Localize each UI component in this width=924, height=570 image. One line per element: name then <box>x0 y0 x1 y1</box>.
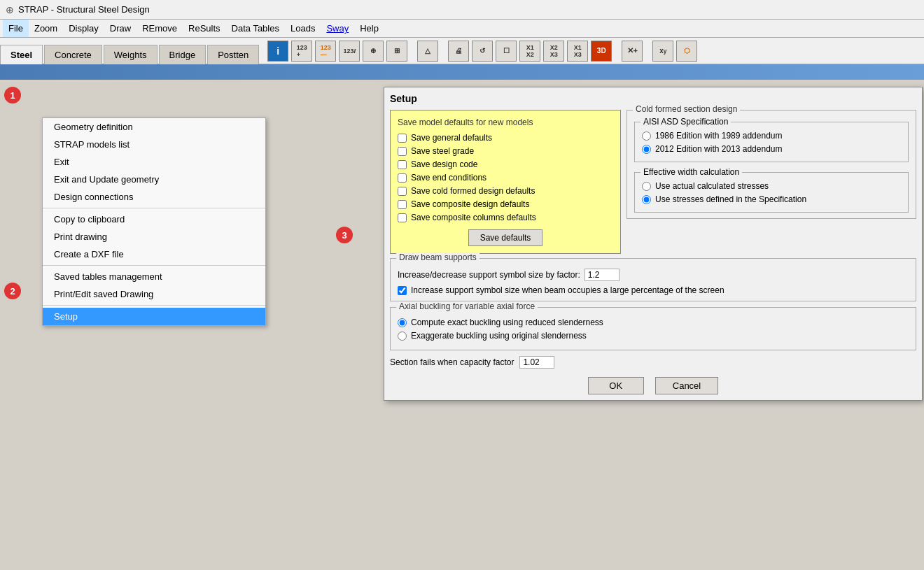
app-icon: ⊕ <box>6 4 14 15</box>
info-button[interactable]: i <box>267 41 288 62</box>
app-title: STRAP - Structural Steel Design <box>18 4 150 15</box>
setup-dialog: Setup Save model defaults for new models… <box>384 87 923 401</box>
menu-loads[interactable]: Loads <box>285 20 321 37</box>
effective-width-group: Effective width calculation Use actual c… <box>634 172 909 213</box>
increase-symbol-label: Increase support symbol size when beam o… <box>411 285 724 295</box>
radio-exaggerate-input[interactable] <box>398 332 407 341</box>
menu-draw[interactable]: Draw <box>104 20 136 37</box>
dialog-title: Setup <box>390 93 916 104</box>
dropdown-exit-update[interactable]: Exit and Update geometry <box>43 171 265 188</box>
radio-1986-input[interactable] <box>642 131 651 141</box>
toolbar-btn-grid[interactable]: ⊞ <box>386 41 407 62</box>
effective-width-title: Effective width calculation <box>640 167 742 177</box>
checkbox-cold-formed: Save cold formed design defaults <box>398 186 613 196</box>
checkbox-cold-formed-input[interactable] <box>398 187 407 196</box>
toolbar-btn-cube[interactable]: ⬡ <box>676 41 697 62</box>
radio-exaggerate: Exaggerate buckling using original slend… <box>398 331 909 341</box>
tab-weights[interactable]: Weights <box>104 45 158 64</box>
right-panel: Cold formed section design AISI ASD Spec… <box>626 110 916 254</box>
menu-sway[interactable]: Sway <box>321 20 354 37</box>
tab-steel[interactable]: Steel <box>0 45 43 64</box>
menu-display[interactable]: Display <box>63 20 104 37</box>
blue-bar <box>0 64 924 80</box>
dropdown-print-edit[interactable]: Print/Edit saved Drawing <box>43 285 265 303</box>
radio-actual-stresses: Use actual calculated stresses <box>642 181 901 191</box>
menu-bar: File Zoom Display Draw REmove ReSults Da… <box>0 20 924 38</box>
toolbar-btn-xy[interactable]: xy <box>652 41 673 62</box>
save-defaults-button[interactable]: Save defaults <box>468 229 543 246</box>
toolbar-icons: i 123+ 123— 123I ⊕ ⊞ △ 🖨 ↺ ☐ X1X2 X2X3 X… <box>260 41 704 62</box>
dialog-footer: OK Cancel <box>390 377 916 394</box>
menu-file[interactable]: File <box>3 20 29 37</box>
checkbox-general-defaults-input[interactable] <box>398 134 407 143</box>
radio-spec-stresses-input[interactable] <box>642 195 651 204</box>
cold-formed-group: Cold formed section design AISI ASD Spec… <box>626 110 916 219</box>
toolbar-btn-x1x3[interactable]: X1X3 <box>567 41 588 62</box>
toolbar-btn-triangle[interactable]: △ <box>417 41 438 62</box>
toolbar-btn-123orange[interactable]: 123— <box>315 41 336 62</box>
checkbox-design-code-input[interactable] <box>398 160 407 169</box>
dropdown-copy-clipboard[interactable]: Copy to clipboard <box>43 211 265 228</box>
checkbox-general-defaults: Save general defaults <box>398 133 613 143</box>
checkbox-composite-design: Save composite design defaults <box>398 199 613 209</box>
toolbar-btn-refresh[interactable]: ↺ <box>472 41 493 62</box>
draw-beam-title: Draw beam supports <box>396 252 479 262</box>
dropdown-geometry-definition[interactable]: Geometry definition <box>43 118 265 136</box>
capacity-input[interactable] <box>519 356 554 369</box>
increase-symbol-row: Increase support symbol size when beam o… <box>398 285 909 295</box>
checkbox-composite-design-input[interactable] <box>398 200 407 209</box>
tab-bridge[interactable]: Bridge <box>159 45 206 64</box>
toolbar-btn-123i[interactable]: 123I <box>339 41 360 62</box>
radio-actual-stresses-input[interactable] <box>642 182 651 191</box>
toolbar-btn-crosshair[interactable]: ⊕ <box>363 41 384 62</box>
dropdown-design-connections[interactable]: Design connections <box>43 188 265 206</box>
tab-concrete[interactable]: Concrete <box>44 45 102 64</box>
toolbar-btn-box[interactable]: ☐ <box>496 41 517 62</box>
increase-symbol-checkbox[interactable] <box>398 286 407 295</box>
axial-buckling-section: Axial buckling for variable axial force … <box>390 307 916 350</box>
menu-zoom[interactable]: Zoom <box>29 20 63 37</box>
toolbar-btn-123plus[interactable]: 123+ <box>291 41 312 62</box>
menu-results[interactable]: ReSults <box>183 20 226 37</box>
factor-label: Increase/decrease support symbol size by… <box>398 270 580 280</box>
dropdown-saved-tables[interactable]: Saved tables management <box>43 268 265 285</box>
checkbox-end-conditions-input[interactable] <box>398 173 407 183</box>
toolbar-btn-print[interactable]: 🖨 <box>448 41 469 62</box>
dropdown-create-dxf[interactable]: Create a DXF file <box>43 245 265 263</box>
checkbox-end-conditions: Save end conditions <box>398 173 613 183</box>
capacity-row: Section fails when capacity factor <box>390 356 916 369</box>
toolbar: Steel Concrete Weights Bridge Postten i … <box>0 38 924 64</box>
dialog-body: Save model defaults for new models Save … <box>390 110 916 254</box>
toolbar-btn-3d[interactable]: 3D <box>591 41 612 62</box>
menu-datatables[interactable]: Data Tables <box>226 20 285 37</box>
yellow-panel: Save model defaults for new models Save … <box>390 110 621 254</box>
checkbox-steel-grade: Save steel grade <box>398 146 613 156</box>
toolbar-btn-plusminus[interactable]: ✕+ <box>622 41 643 62</box>
ok-button[interactable]: OK <box>588 377 644 394</box>
file-dropdown: Geometry definition STRAP models list Ex… <box>42 117 266 326</box>
exaggerate-label: Exaggerate buckling using original slend… <box>411 331 587 341</box>
toolbar-btn-x2x3[interactable]: X2X3 <box>543 41 564 62</box>
main-content: 1 2 3 Geometry definition STRAP models l… <box>0 80 924 570</box>
menu-help[interactable]: Help <box>354 20 384 37</box>
capacity-label: Section fails when capacity factor <box>390 357 514 367</box>
aisi-group: AISI ASD Specification 1986 Edition with… <box>634 122 909 162</box>
cancel-button[interactable]: Cancel <box>655 377 718 394</box>
checkbox-steel-grade-input[interactable] <box>398 147 407 156</box>
compute-exact-label: Compute exact buckling using reduced sle… <box>411 318 603 327</box>
dropdown-exit[interactable]: Exit <box>43 153 265 171</box>
checkbox-composite-columns-input[interactable] <box>398 213 407 222</box>
radio-compute-exact-input[interactable] <box>398 318 407 327</box>
dropdown-print-drawing[interactable]: Print drawing <box>43 228 265 245</box>
menu-remove[interactable]: REmove <box>136 20 183 37</box>
dropdown-setup[interactable]: Setup <box>43 308 265 325</box>
dropdown-strap-models-list[interactable]: STRAP models list <box>43 136 265 153</box>
toolbar-btn-x1x2[interactable]: X1X2 <box>519 41 540 62</box>
separator-2 <box>43 265 265 266</box>
radio-spec-stresses: Use stresses defined in the Specificatio… <box>642 194 901 204</box>
separator-3 <box>43 305 265 306</box>
factor-input[interactable] <box>584 269 620 281</box>
tab-postten[interactable]: Postten <box>207 45 259 64</box>
tab-strip: Steel Concrete Weights Bridge Postten <box>0 38 260 64</box>
radio-2012-input[interactable] <box>642 145 651 154</box>
